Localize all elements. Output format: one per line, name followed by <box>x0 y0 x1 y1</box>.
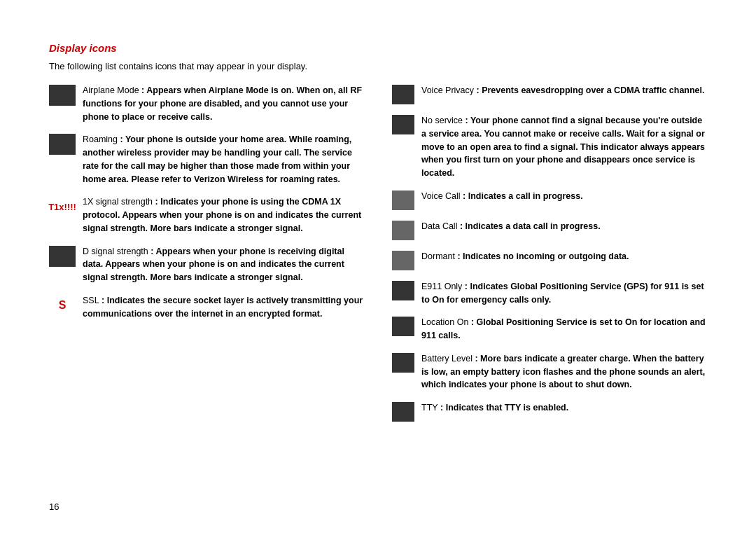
item-body: : Indicates no incoming or outgoing data… <box>455 251 629 261</box>
page-number: 16 <box>49 501 707 512</box>
item-description: Battery Level : More bars indicate a gre… <box>421 352 707 392</box>
columns: Airplane Mode : Appears when Airplane Mo… <box>49 84 707 487</box>
list-item: T1x!!!!1X signal strength : Indicates yo… <box>49 195 364 235</box>
item-body: : Indicates that TTY is enabled. <box>438 403 569 413</box>
list-item: E911 Only : Indicates Global Positioning… <box>392 280 707 307</box>
item-label: 1X signal strength <box>83 197 153 207</box>
item-label: Voice Privacy <box>421 85 474 95</box>
item-label: SSL <box>83 296 99 305</box>
item-body: : Your phone is outside your home area. … <box>83 134 352 184</box>
list-item: Roaming : Your phone is outside your hom… <box>49 133 364 186</box>
item-description: Roaming : Your phone is outside your hom… <box>83 133 364 186</box>
intro-text: The following list contains icons that m… <box>49 61 707 71</box>
status-icon <box>392 317 414 336</box>
item-label: D signal strength <box>83 247 148 256</box>
list-item: Battery Level : More bars indicate a gre… <box>392 352 707 392</box>
list-item: Voice Call : Indicates a call in progres… <box>392 190 707 210</box>
item-description: 1X signal strength : Indicates your phon… <box>83 195 364 235</box>
item-label: Dormant <box>421 251 455 261</box>
list-item: No service : Your phone cannot find a si… <box>392 114 707 180</box>
item-description: Location On : Global Positioning Service… <box>421 316 707 342</box>
item-label: E911 Only <box>421 282 462 291</box>
item-label: Voice Call <box>421 191 461 201</box>
item-body: : Indicates Global Positioning Service (… <box>421 282 704 305</box>
list-item: D signal strength : Appears when your ph… <box>49 245 364 284</box>
list-item: Dormant : Indicates no incoming or outgo… <box>392 250 707 270</box>
item-label: No service <box>421 116 463 125</box>
item-description: D signal strength : Appears when your ph… <box>83 245 364 284</box>
section-title: Display icons <box>49 42 707 54</box>
item-body: : Indicates a data call in progress. <box>457 221 600 231</box>
right-column: Voice Privacy : Prevents eavesdropping o… <box>392 84 707 487</box>
status-icon <box>49 85 76 106</box>
list-item: Airplane Mode : Appears when Airplane Mo… <box>49 84 364 123</box>
item-description: Dormant : Indicates no incoming or outgo… <box>421 250 629 263</box>
item-label: TTY <box>421 403 438 413</box>
status-icon <box>392 115 414 134</box>
list-item: TTY : Indicates that TTY is enabled. <box>392 401 707 422</box>
item-description: E911 Only : Indicates Global Positioning… <box>421 280 707 307</box>
status-icon <box>49 134 76 155</box>
status-icon <box>392 281 414 300</box>
status-icon <box>392 353 414 373</box>
item-label: Roaming <box>83 134 118 144</box>
status-icon <box>392 402 414 422</box>
item-body: : Indicates a call in progress. <box>461 191 583 201</box>
item-body: : Indicates the secure socket layer is a… <box>83 296 363 319</box>
item-description: Airplane Mode : Appears when Airplane Mo… <box>83 84 364 123</box>
page: Display icons The following list contain… <box>0 0 756 540</box>
list-item: Voice Privacy : Prevents eavesdropping o… <box>392 84 707 104</box>
item-label: Location On <box>421 317 468 327</box>
status-icon <box>392 251 414 270</box>
item-description: Voice Privacy : Prevents eavesdropping o… <box>421 84 705 97</box>
item-description: No service : Your phone cannot find a si… <box>421 114 707 180</box>
status-icon <box>392 85 414 104</box>
status-icon <box>49 246 76 267</box>
item-body: : Your phone cannot find a signal becaus… <box>421 116 705 178</box>
list-item: Data Call : Indicates a data call in pro… <box>392 220 707 240</box>
item-description: TTY : Indicates that TTY is enabled. <box>421 401 568 415</box>
item-label: Battery Level <box>421 354 472 364</box>
left-column: Airplane Mode : Appears when Airplane Mo… <box>49 84 364 487</box>
list-item: Location On : Global Positioning Service… <box>392 316 707 342</box>
status-icon <box>392 221 414 240</box>
item-label: Airplane Mode <box>83 85 139 95</box>
ssl-icon: S <box>49 295 76 316</box>
status-icon <box>392 191 414 210</box>
item-description: SSL : Indicates the secure socket layer … <box>83 294 364 321</box>
item-label: Data Call <box>421 221 457 231</box>
list-item: SSSL : Indicates the secure socket layer… <box>49 294 364 321</box>
item-description: Data Call : Indicates a data call in pro… <box>421 220 601 233</box>
item-body: : Prevents eavesdropping over a CDMA tra… <box>474 85 705 95</box>
item-description: Voice Call : Indicates a call in progres… <box>421 190 583 203</box>
signal-1x-icon: T1x!!!! <box>49 196 76 217</box>
